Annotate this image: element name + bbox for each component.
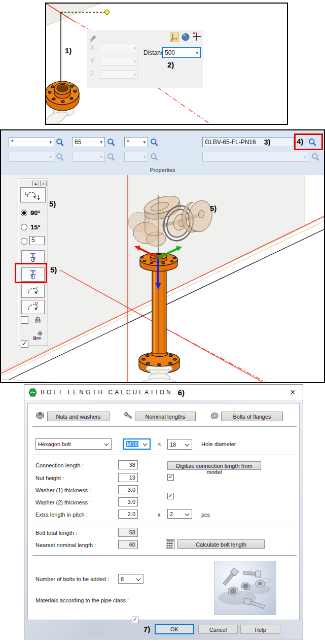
washer2-field[interactable]: 3.0: [118, 497, 138, 506]
dialog-body: Nuts and washers Nominal lengths Bol: [24, 400, 303, 639]
bolt-size-value: M16: [126, 441, 138, 447]
pin-icon[interactable]: [89, 34, 97, 43]
washer-icon: [210, 412, 219, 420]
filter-spec-combo[interactable]: *▾: [124, 137, 148, 147]
filter-spec-value: *: [127, 139, 129, 146]
palette-close-icon[interactable]: x: [40, 181, 47, 186]
lock-checkbox[interactable]: [21, 316, 28, 324]
washer2-label: Washer (2) thickness :: [35, 499, 91, 505]
search-icon-disabled: [107, 153, 116, 162]
ok-button[interactable]: OK: [155, 624, 194, 634]
callout-7: 7): [143, 625, 150, 633]
bolt-icon: [124, 412, 133, 420]
properties-bar: Properties: [1, 165, 324, 175]
nearest-nominal-field: 60: [118, 540, 138, 549]
component-name-value: GLBV-65-FL-PN16: [205, 139, 256, 146]
extra-length-field[interactable]: 2.0: [118, 510, 138, 519]
annotation-box-5: [15, 263, 47, 283]
model-window: *▾ 65▾ *▾ GLBV-65-FL-PN16 3) 4) ▾ ▾ ▾ ▾ …: [0, 129, 325, 383]
swing-pick-button[interactable]: ?: [21, 284, 45, 298]
axis-snap-checkbox[interactable]: [21, 340, 28, 348]
swing-point-icon: [27, 302, 39, 312]
hole-diameter-label: Hole diameter: [201, 441, 236, 447]
ucs-axes-icon[interactable]: [170, 32, 179, 42]
search-icon[interactable]: [56, 138, 64, 147]
less-than-label: <: [158, 441, 161, 447]
search-icon-disabled: [311, 153, 320, 162]
search-icon[interactable]: [150, 138, 159, 147]
radio-angle-custom[interactable]: [21, 238, 27, 245]
callout-6: 6): [178, 388, 185, 397]
materials-checkbox[interactable]: [132, 617, 138, 623]
dialog-content-panel: Nuts and washers Nominal lengths Bol: [27, 403, 300, 620]
hole-diameter-combo[interactable]: 18: [167, 439, 192, 450]
bolt-count-label: Number of bolts to be added :: [35, 576, 109, 582]
extra-length-label: Extra length in pitch :: [35, 512, 88, 518]
digitize-button[interactable]: Digitize connection length from model: [167, 461, 261, 470]
pitch-count-combo[interactable]: 2: [167, 509, 192, 519]
palette-collapse-button[interactable]: ▲: [32, 181, 39, 186]
washer1-checkbox[interactable]: [167, 493, 174, 499]
separator: [32, 524, 297, 524]
separator: [32, 455, 297, 455]
callout-5a: 5): [49, 199, 56, 208]
y-value-combo[interactable]: ▾: [100, 57, 138, 65]
close-icon[interactable]: ✕: [286, 387, 299, 397]
component-name-field[interactable]: GLBV-65-FL-PN16 3): [202, 137, 294, 147]
filter-size-value: 65: [75, 139, 81, 146]
filter-system-combo[interactable]: *▾: [9, 137, 54, 147]
rotate-mode-icon: [22, 188, 44, 201]
callout-1: 1): [65, 46, 71, 55]
nearest-nominal-label: Nearest nominal length :: [35, 542, 96, 548]
x-value-combo[interactable]: ▾: [100, 44, 138, 52]
bolt-total-field: 58: [118, 528, 138, 537]
washer1-field[interactable]: 3.0: [118, 485, 138, 494]
calculator-icon: [166, 539, 174, 549]
swing-question-icon: ?: [27, 286, 39, 296]
dialog-title: BOLT LENGTH CALCULATION: [41, 389, 173, 396]
filter-size-combo[interactable]: 65▾: [72, 137, 105, 147]
cancel-button[interactable]: Cancel: [198, 625, 238, 634]
bolt-count-combo[interactable]: 8: [118, 574, 143, 584]
handle-point-green: [69, 87, 71, 89]
svg-text:?: ?: [35, 286, 38, 290]
search-icon-disabled: [56, 153, 64, 162]
calculate-bolt-length-button[interactable]: Calculate bolt length: [177, 539, 265, 549]
nut-height-field[interactable]: 13: [118, 473, 138, 482]
z-axis-label: Z: [90, 71, 94, 78]
distance-input[interactable]: 500▾: [162, 47, 201, 58]
swing-point-button[interactable]: [21, 300, 45, 314]
annotation-box-4: [294, 133, 323, 150]
y-axis-label: Y: [90, 57, 94, 64]
z-value-combo[interactable]: ▾: [100, 70, 138, 79]
bolt-total-label: Bolt total length :: [35, 530, 77, 536]
filter-system-value: *: [11, 139, 14, 146]
connection-length-field[interactable]: 38: [118, 460, 138, 469]
bolt-type-value: Hexagon bolt: [38, 441, 71, 447]
rotate-mode-button[interactable]: [20, 187, 46, 202]
radio-angle-90-label: 90°: [30, 209, 41, 217]
rotate-ccw-icon: ↺: [30, 258, 35, 262]
bolts-of-flanges-button[interactable]: Bolts of flanges: [221, 412, 283, 421]
custom-angle-input[interactable]: 5: [29, 236, 45, 245]
connection-length-label: Connection length :: [35, 462, 84, 468]
viewport-3d[interactable]: ▲ x 90° 15° 5: [1, 175, 324, 382]
nuts-washers-button[interactable]: Nuts and washers: [47, 412, 110, 421]
bolt-size-combo[interactable]: M16: [123, 438, 151, 450]
separator: [32, 555, 297, 556]
nominal-lengths-button[interactable]: Nominal lengths: [135, 412, 196, 421]
nut-icon: [35, 412, 45, 420]
filter-combo-disabled: ▾: [9, 152, 54, 162]
snap-crosshair-icon[interactable]: [192, 31, 202, 42]
radio-angle-90[interactable]: [21, 210, 27, 216]
bolt-type-combo[interactable]: Hexagon bolt: [35, 438, 112, 450]
search-icon-disabled: [150, 153, 159, 162]
rotate-around-axis-ccw-button[interactable]: ↺: [21, 250, 45, 264]
help-button[interactable]: Help: [240, 625, 280, 634]
callout-5b: 5): [50, 265, 57, 274]
search-icon[interactable]: [107, 138, 116, 147]
globe-icon[interactable]: [182, 33, 190, 41]
top-3d-view: 1) X Y Z ▾ ▾ ▾ Distance 500▾ 2): [45, 3, 288, 125]
nut-checkbox[interactable]: [167, 474, 174, 481]
radio-angle-15[interactable]: [21, 224, 27, 230]
